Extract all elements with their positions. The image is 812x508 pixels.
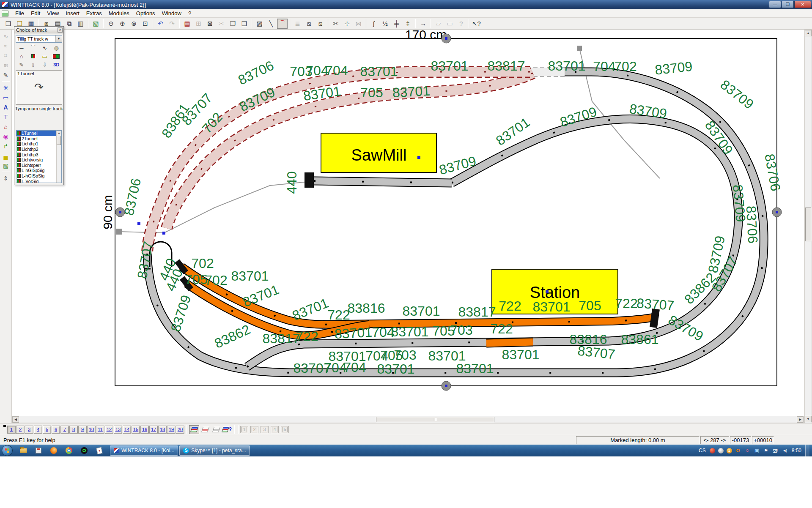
track-list-item[interactable]: L-hGISpSig bbox=[16, 173, 61, 179]
track-list-item[interactable]: Lichthp1 bbox=[16, 141, 61, 147]
track-list-item[interactable]: 2Tunnel bbox=[16, 136, 61, 142]
horizontal-scroll-thumb[interactable] bbox=[376, 417, 494, 422]
cut-button[interactable]: ✂ bbox=[216, 19, 227, 29]
page-button-4[interactable]: 4 bbox=[34, 426, 42, 434]
undo-button[interactable]: ↶ bbox=[155, 19, 166, 29]
insert-height-icon[interactable]: ⊤ bbox=[1, 112, 11, 122]
page-button-18[interactable]: 18 bbox=[158, 426, 167, 434]
insert-ruler-icon[interactable]: ✳ bbox=[1, 83, 11, 93]
track-list-item[interactable]: Lichtsperr bbox=[16, 163, 61, 168]
turntable-icon[interactable]: ◍ bbox=[51, 44, 61, 52]
menu-edit[interactable]: Edit bbox=[27, 9, 44, 17]
track-list-item[interactable]: 1Tunnel bbox=[16, 131, 61, 136]
page-button-5[interactable]: 5 bbox=[43, 426, 51, 434]
slope-button[interactable]: ∫ bbox=[368, 19, 379, 29]
vertical-ruler-icon[interactable]: ⇕ bbox=[1, 173, 11, 183]
page-button-6[interactable]: 6 bbox=[52, 426, 60, 434]
track-system-dropdown[interactable]: Tillig TT track w ▼ bbox=[16, 35, 62, 43]
curve-track-icon[interactable]: ⌒ bbox=[28, 44, 38, 52]
all-layers-button[interactable] bbox=[189, 425, 199, 434]
buffer-stop[interactable] bbox=[304, 172, 314, 188]
selection-node[interactable] bbox=[137, 222, 140, 225]
menu-extras[interactable]: Extras bbox=[83, 9, 105, 17]
panel-title-bar[interactable]: Choice of track ✕ bbox=[14, 27, 63, 33]
straight-track-icon[interactable]: ─ bbox=[16, 44, 27, 52]
cross-button[interactable]: ╪ bbox=[391, 19, 402, 29]
select-part-button[interactable]: ▭ bbox=[444, 19, 455, 29]
language-indicator[interactable]: CS bbox=[699, 448, 706, 453]
track-list-item[interactable]: Lichthp2 bbox=[16, 147, 61, 152]
select-rect-button[interactable]: ▱ bbox=[433, 19, 444, 29]
parts-list-button[interactable]: ▤ bbox=[182, 19, 192, 29]
delete-button[interactable]: ⊠ bbox=[205, 19, 215, 29]
vertical-scroll-thumb[interactable] bbox=[805, 208, 811, 241]
security-tray-icon[interactable] bbox=[710, 448, 715, 453]
view-3d-icon[interactable]: 3D bbox=[51, 61, 61, 68]
page-button-20[interactable]: 20 bbox=[176, 426, 184, 434]
page-button-12[interactable]: 12 bbox=[105, 426, 113, 434]
menu-window[interactable]: Window bbox=[159, 9, 185, 17]
table-button[interactable]: ≣ bbox=[292, 19, 303, 29]
zoom-in-button[interactable]: ⊕ bbox=[117, 19, 128, 29]
signal-icon[interactable] bbox=[28, 52, 38, 60]
move-up-icon[interactable]: ⇧ bbox=[28, 61, 38, 68]
red-layer-button[interactable] bbox=[200, 425, 210, 434]
device-tray-icon[interactable]: ✲ bbox=[744, 448, 751, 454]
page-button-2[interactable]: 2 bbox=[16, 426, 25, 434]
split-track-button[interactable]: ✄ bbox=[330, 19, 341, 29]
ring-taskbar-icon[interactable] bbox=[80, 446, 89, 455]
page-button-15[interactable]: 15 bbox=[132, 426, 140, 434]
context-help-button[interactable]: ↖? bbox=[471, 19, 482, 29]
contour-node[interactable] bbox=[116, 229, 122, 235]
line-tool-button[interactable]: ╲ bbox=[266, 19, 276, 29]
insert-house-icon[interactable]: ⌂ bbox=[1, 122, 11, 131]
insert-text-icon[interactable]: A bbox=[1, 102, 11, 112]
center-button[interactable]: ⊹ bbox=[342, 19, 352, 29]
redo-button[interactable]: ↷ bbox=[167, 19, 177, 29]
windows-tray-icon[interactable]: ▣ bbox=[754, 448, 760, 454]
track-preview-box[interactable]: 1Tunnel ↷ bbox=[16, 70, 62, 105]
flex-20deg-icon[interactable]: ≈ bbox=[1, 41, 11, 51]
new-button[interactable]: ❏ bbox=[3, 19, 14, 29]
page-button-11[interactable]: 11 bbox=[96, 426, 104, 434]
scroll-down-arrow[interactable]: ▼ bbox=[805, 416, 812, 422]
grid-paste-button[interactable]: ⊞ bbox=[193, 19, 204, 29]
firefox-taskbar-icon[interactable] bbox=[49, 446, 58, 455]
insert-image-icon[interactable]: ▧ bbox=[1, 161, 11, 170]
list-scroll-up-arrow[interactable]: ▲ bbox=[57, 131, 61, 135]
selection-node[interactable] bbox=[417, 156, 420, 159]
height-mark-button[interactable]: ‡ bbox=[403, 19, 413, 29]
track-list-scrollbar[interactable]: ▲ bbox=[56, 131, 61, 183]
flex-track-icon[interactable]: ∿ bbox=[1, 31, 11, 41]
draw-tool-icon[interactable]: ✎ bbox=[1, 70, 11, 80]
insert-route-icon[interactable]: ↱ bbox=[1, 141, 11, 151]
zoom-page-button[interactable]: ⊜ bbox=[129, 19, 139, 29]
page-button-14[interactable]: 14 bbox=[123, 426, 131, 434]
network-tray-icon[interactable]: 🖳 bbox=[772, 448, 779, 454]
update1-tray-icon[interactable]: 1 bbox=[727, 448, 732, 453]
layer-move-button[interactable]: ⧅ bbox=[304, 19, 314, 29]
flex-curve-icon[interactable]: ∿ bbox=[40, 44, 50, 52]
page-button-3[interactable]: 3 bbox=[25, 426, 33, 434]
red-green-icon[interactable] bbox=[51, 52, 61, 60]
minimize-button[interactable]: — bbox=[769, 1, 781, 8]
join-button[interactable]: → bbox=[418, 19, 428, 29]
selection-node[interactable] bbox=[162, 232, 165, 235]
cd-tray-icon[interactable] bbox=[718, 448, 724, 453]
folder-taskbar-icon[interactable] bbox=[19, 446, 28, 455]
scroll-up-arrow[interactable]: ▲ bbox=[805, 30, 812, 36]
taskbar-app-skype[interactable]: SSkype™ [1] - peta_sra... bbox=[179, 445, 250, 456]
vertical-scrollbar[interactable]: ▲ ▼ bbox=[804, 30, 812, 423]
move-down-icon[interactable]: ⇩ bbox=[40, 61, 50, 68]
plan-canvas[interactable]: SawMill Station 837068370983707702838618… bbox=[12, 30, 804, 416]
show-desktop-button[interactable] bbox=[805, 445, 809, 456]
insert-area-icon[interactable]: ▄ bbox=[1, 151, 11, 161]
zoom-region-button[interactable]: ⊡ bbox=[140, 19, 151, 29]
panel-icon[interactable]: ▭ bbox=[40, 52, 50, 60]
platform-segment[interactable] bbox=[486, 342, 533, 343]
chrome-taskbar-icon[interactable] bbox=[64, 446, 74, 455]
sawmill-siding-track[interactable] bbox=[314, 181, 452, 183]
insert-rect-icon[interactable]: ▭ bbox=[1, 93, 11, 102]
paint-icon[interactable]: ✎ bbox=[16, 61, 27, 68]
track-list-item[interactable]: Lichtvorsig bbox=[16, 157, 61, 163]
